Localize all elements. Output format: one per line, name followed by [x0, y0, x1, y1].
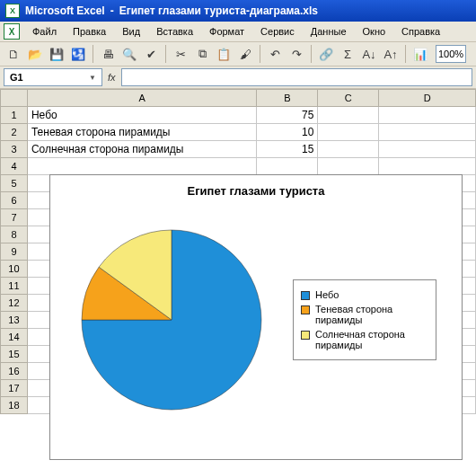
cell[interactable]: 15	[257, 141, 318, 158]
toolbar-separator	[260, 45, 260, 63]
toolbar-separator	[311, 45, 312, 63]
menubar: X Файл Правка Вид Вставка Формат Сервис …	[0, 22, 476, 42]
name-box[interactable]: G1 ▼	[4, 68, 102, 86]
formula-bar: G1 ▼ fx	[0, 66, 476, 89]
sort-asc-icon[interactable]: A↓	[359, 44, 379, 64]
menu-format[interactable]: Формат	[202, 24, 251, 39]
legend-item: Теневая сторона пирамиды	[301, 304, 428, 325]
legend-swatch-icon	[301, 305, 310, 314]
toolbar: 🗋 📂 💾 🛂 🖶 🔍 ✔ ✂ ⧉ 📋 🖌 ↶ ↷ 🔗 Σ A↓ A↑ 📊 10…	[0, 42, 476, 66]
cell[interactable]	[379, 107, 476, 124]
legend-label: Солнечная сторона пирамиды	[315, 329, 428, 350]
row-header[interactable]: 13	[1, 312, 28, 329]
cell[interactable]	[318, 158, 379, 175]
redo-icon[interactable]: ↷	[286, 44, 306, 64]
menu-data[interactable]: Данные	[304, 24, 354, 39]
copy-icon[interactable]: ⧉	[192, 44, 212, 64]
embedded-chart[interactable]: Египет глазами туриста Небо Теневая стор…	[49, 174, 463, 460]
row-header[interactable]: 11	[1, 278, 28, 295]
fx-icon[interactable]: fx	[108, 72, 116, 83]
spell-icon[interactable]: ✔	[141, 44, 161, 64]
menu-window[interactable]: Окно	[356, 24, 393, 39]
menu-tools[interactable]: Сервис	[253, 24, 302, 39]
cut-icon[interactable]: ✂	[171, 44, 190, 64]
row-header[interactable]: 18	[1, 397, 28, 414]
row-header[interactable]: 16	[1, 363, 28, 380]
row-header[interactable]: 12	[1, 295, 28, 312]
menu-help[interactable]: Справка	[394, 24, 447, 39]
row-header[interactable]: 17	[1, 380, 28, 397]
formula-input[interactable]	[121, 68, 472, 86]
legend-item: Солнечная сторона пирамиды	[301, 329, 428, 350]
cell[interactable]	[318, 107, 379, 124]
title-doc: Египет глазами туриста-диаграма.xls	[119, 4, 318, 17]
col-header-D[interactable]: D	[379, 90, 476, 107]
cell[interactable]	[379, 158, 476, 175]
row-header[interactable]: 7	[1, 209, 28, 226]
excel-doc-icon[interactable]: X	[4, 23, 20, 40]
pie-chart	[50, 221, 293, 419]
cell[interactable]	[379, 141, 476, 158]
open-icon[interactable]: 📂	[25, 44, 45, 64]
row-header[interactable]: 5	[1, 175, 28, 192]
legend-label: Небо	[315, 289, 339, 300]
legend-item: Небо	[301, 289, 428, 300]
print-icon[interactable]: 🖶	[98, 44, 118, 64]
cell[interactable]	[27, 158, 257, 175]
row-header[interactable]: 9	[1, 243, 28, 261]
menu-edit[interactable]: Правка	[66, 24, 113, 39]
chevron-down-icon[interactable]: ▼	[89, 74, 96, 82]
pie-svg	[73, 221, 270, 419]
permission-icon[interactable]: 🛂	[68, 44, 88, 64]
cell[interactable]: 10	[257, 124, 318, 141]
chart-body: Небо Теневая сторона пирамиды Солнечная …	[50, 203, 462, 437]
toolbar-separator	[93, 45, 93, 63]
cell[interactable]	[379, 124, 476, 141]
cell[interactable]: Теневая сторона пирамиды	[27, 124, 257, 141]
chart-wizard-icon[interactable]: 📊	[410, 44, 430, 64]
row-header[interactable]: 8	[1, 226, 28, 243]
toolbar-separator	[165, 45, 166, 63]
format-painter-icon[interactable]: 🖌	[235, 44, 255, 64]
save-icon[interactable]: 💾	[47, 44, 66, 64]
cell[interactable]: Небо	[27, 107, 257, 124]
menu-view[interactable]: Вид	[115, 24, 147, 39]
chart-title: Египет глазами туриста	[50, 175, 462, 203]
row-header[interactable]: 4	[1, 158, 28, 175]
row-header[interactable]: 10	[1, 261, 28, 278]
col-header-A[interactable]: A	[27, 90, 257, 107]
cell[interactable]	[318, 141, 379, 158]
hyperlink-icon[interactable]: 🔗	[316, 44, 336, 64]
autosum-icon[interactable]: Σ	[338, 44, 357, 64]
titlebar: X Microsoft Excel - Египет глазами турис…	[0, 0, 476, 22]
name-box-value: G1	[10, 72, 23, 83]
new-icon[interactable]: 🗋	[4, 44, 23, 64]
col-header-C[interactable]: C	[318, 90, 379, 107]
col-header-B[interactable]: B	[257, 90, 318, 107]
legend-swatch-icon	[301, 291, 310, 300]
row-header[interactable]: 1	[1, 107, 28, 124]
row-header[interactable]: 2	[1, 124, 28, 141]
title-app: Microsoft Excel	[25, 4, 105, 17]
legend-swatch-icon	[301, 331, 310, 340]
toolbar-separator	[405, 45, 406, 63]
cell[interactable]	[318, 124, 379, 141]
menu-file[interactable]: Файл	[25, 24, 64, 39]
cell[interactable]: 75	[257, 107, 318, 124]
paste-icon[interactable]: 📋	[214, 44, 234, 64]
cell[interactable]	[257, 158, 318, 175]
legend-label: Теневая сторона пирамиды	[315, 304, 428, 325]
cell[interactable]: Солнечная сторона пирамиды	[27, 141, 257, 158]
row-header[interactable]: 15	[1, 346, 28, 363]
excel-app-icon: X	[5, 4, 20, 18]
title-sep: -	[110, 4, 114, 17]
menu-insert[interactable]: Вставка	[149, 24, 200, 39]
row-header[interactable]: 3	[1, 141, 28, 158]
undo-icon[interactable]: ↶	[265, 44, 285, 64]
row-header[interactable]: 14	[1, 329, 28, 346]
select-all-corner[interactable]	[1, 90, 28, 107]
preview-icon[interactable]: 🔍	[119, 44, 139, 64]
zoom-box[interactable]: 100%	[436, 45, 466, 63]
sort-desc-icon[interactable]: A↑	[381, 44, 401, 64]
row-header[interactable]: 6	[1, 192, 28, 209]
